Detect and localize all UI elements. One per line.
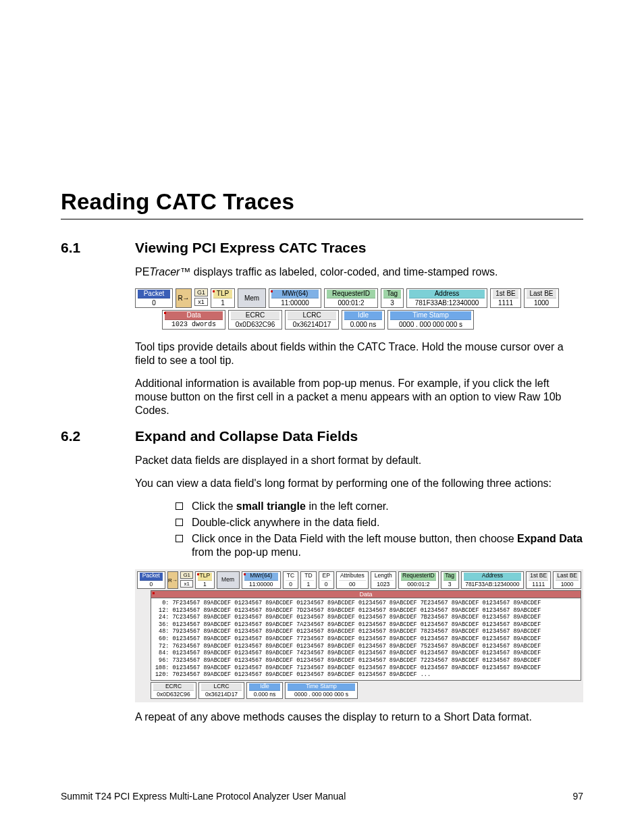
tlp-cell[interactable]: TLP 1 xyxy=(211,288,235,308)
section-6-2-heading: 6.2 Expand and Collapse Data Fields xyxy=(61,428,583,444)
attributes-cell[interactable]: Attributes 00 xyxy=(336,571,369,589)
tag-label: Tag xyxy=(444,573,456,580)
page-footer: Summit T24 PCI Express Multi-Lane Protoc… xyxy=(61,791,583,802)
packet-value: 0 xyxy=(140,581,163,588)
ecrc-label: ECRC xyxy=(231,311,279,320)
address-label: Address xyxy=(464,573,522,580)
data-expanded-cell[interactable]: Data 0: 7F234567 89ABCDEF 01234567 89ABC… xyxy=(151,590,581,681)
data-hex-dump: 0: 7F234567 89ABCDEF 01234567 89ABCDEF 0… xyxy=(151,598,581,680)
length-value: 1023 xyxy=(373,581,394,588)
address-cell[interactable]: Address 781F33AB:12340000 xyxy=(461,571,525,589)
lane-label: x1 xyxy=(194,298,208,306)
lcrc-cell[interactable]: LCRC 0x36214D17 xyxy=(285,310,339,330)
tlp-cell[interactable]: TLP 1 xyxy=(195,571,214,589)
lane-label: x1 xyxy=(180,580,193,588)
tag-value: 3 xyxy=(444,581,456,588)
data-label: Data xyxy=(165,311,223,320)
gen-label: G1 xyxy=(194,288,208,296)
idle-label: Idle xyxy=(249,683,280,691)
text: Click once in the Data Field with the le… xyxy=(192,533,517,544)
last-be-cell[interactable]: Last BE 1000 xyxy=(524,288,559,308)
td-cell[interactable]: TD 1 xyxy=(300,571,316,589)
requesterid-value: 000:01:2 xyxy=(401,581,436,588)
para-6-2-longformat: You can view a data field's long format … xyxy=(135,477,583,490)
last-be-cell[interactable]: Last BE 1000 xyxy=(553,571,581,589)
tlp-value: 1 xyxy=(198,581,211,588)
section-title: Expand and Collapse Data Fields xyxy=(135,428,358,444)
timestamp-cell[interactable]: Time Stamp 0000 . 000 000 000 s xyxy=(387,310,474,330)
first-be-cell[interactable]: 1st BE 1111 xyxy=(490,288,521,308)
requesterid-cell[interactable]: RequesterID 000:01:2 xyxy=(398,571,439,589)
mwr-value: 11:00000 xyxy=(271,298,319,307)
text-italic: Tracer xyxy=(149,266,180,278)
address-cell[interactable]: Address 781F33AB:12340000 xyxy=(406,288,487,308)
mem-cell[interactable]: Mem xyxy=(238,288,266,308)
idle-value: 0.000 ns xyxy=(344,320,382,328)
ecrc-label: ECRC xyxy=(153,683,194,691)
requesterid-cell[interactable]: RequesterID 000:01:2 xyxy=(324,288,378,308)
timestamp-label: Time Stamp xyxy=(288,683,355,691)
timestamp-label: Time Stamp xyxy=(390,311,471,320)
tc-value: 0 xyxy=(286,581,296,588)
length-cell[interactable]: Length 1023 xyxy=(371,571,396,589)
first-be-value: 1111 xyxy=(493,298,518,307)
chapter-rule xyxy=(61,219,583,219)
timestamp-cell[interactable]: Time Stamp 0000 . 000 000 000 s xyxy=(285,682,358,700)
tc-label: TC xyxy=(286,573,296,580)
para-6-1-intro: PETracer™ displays traffic as labeled, c… xyxy=(135,265,583,279)
list-item: Click once in the Data Field with the le… xyxy=(176,532,583,561)
direction-arrow-icon: R→ xyxy=(176,288,192,308)
footer-page-number: 97 xyxy=(572,791,583,802)
data-cell[interactable]: Data 1023 dwords xyxy=(162,310,225,330)
para-6-2-default: Packet data fields are displayed in a sh… xyxy=(135,454,583,467)
mwr-cell[interactable]: MWr(64) 11:00000 xyxy=(269,288,321,308)
text-bold: small triangle xyxy=(236,500,306,512)
attributes-label: Attributes xyxy=(339,573,366,580)
lcrc-label: LCRC xyxy=(288,311,336,320)
td-label: TD xyxy=(303,573,313,580)
text-bold: Expand Data xyxy=(517,533,583,544)
ep-label: EP xyxy=(321,573,331,580)
ep-cell[interactable]: EP 0 xyxy=(319,571,334,589)
address-value: 781F33AB:12340000 xyxy=(409,298,485,307)
lcrc-cell[interactable]: LCRC 0x36214D17 xyxy=(198,682,244,700)
ecrc-cell[interactable]: ECRC 0x0D632C96 xyxy=(228,310,282,330)
requesterid-value: 000:01:2 xyxy=(327,298,375,307)
idle-cell[interactable]: Idle 0.000 ns xyxy=(342,310,385,330)
ecrc-value: 0x0D632C96 xyxy=(153,691,194,698)
gen-label: G1 xyxy=(180,571,193,579)
trace-figure-short: Packet 0 R→ G1 x1 TLP 1 Mem MWr(64) 11:0 xyxy=(135,288,583,330)
gen-lane-stack: G1 x1 xyxy=(180,571,193,589)
mwr-label: MWr(64) xyxy=(271,290,319,298)
idle-cell[interactable]: Idle 0.000 ns xyxy=(246,682,283,700)
text: PE xyxy=(135,266,149,278)
first-be-label: 1st BE xyxy=(493,290,518,298)
mwr-value: 11:00000 xyxy=(244,581,278,588)
para-6-1-popups: Additional information is available from… xyxy=(135,377,583,417)
ecrc-value: 0x0D632C96 xyxy=(231,320,279,328)
first-be-cell[interactable]: 1st BE 1111 xyxy=(526,571,551,589)
idle-label: Idle xyxy=(344,311,382,320)
section-number: 6.2 xyxy=(61,428,135,444)
mem-cell[interactable]: Mem xyxy=(217,571,240,589)
packet-cell[interactable]: Packet 0 xyxy=(135,288,173,308)
tc-cell[interactable]: TC 0 xyxy=(283,571,298,589)
ep-value: 0 xyxy=(321,581,331,588)
para-6-1-tooltips: Tool tips provide details about fields w… xyxy=(135,340,583,367)
tag-cell[interactable]: Tag 3 xyxy=(381,288,404,308)
trace-figure-expanded: Packet 0 R→ G1 x1 TLP 1 Mem MWr(64) 11:0 xyxy=(135,569,583,702)
text: in the left corner. xyxy=(306,500,389,512)
address-label: Address xyxy=(409,290,485,298)
last-be-value: 1000 xyxy=(556,581,579,588)
tag-value: 3 xyxy=(383,298,401,307)
requesterid-label: RequesterID xyxy=(401,573,436,580)
tlp-label: TLP xyxy=(198,573,211,580)
ecrc-cell[interactable]: ECRC 0x0D632C96 xyxy=(151,682,196,700)
mwr-cell[interactable]: MWr(64) 11:00000 xyxy=(242,571,281,589)
direction-arrow-icon: R→ xyxy=(167,571,179,589)
mem-label: Mem xyxy=(244,294,259,302)
last-be-value: 1000 xyxy=(527,298,556,307)
packet-cell[interactable]: Packet 0 xyxy=(137,571,165,589)
packet-value: 0 xyxy=(138,298,170,307)
tag-cell[interactable]: Tag 3 xyxy=(441,571,459,589)
